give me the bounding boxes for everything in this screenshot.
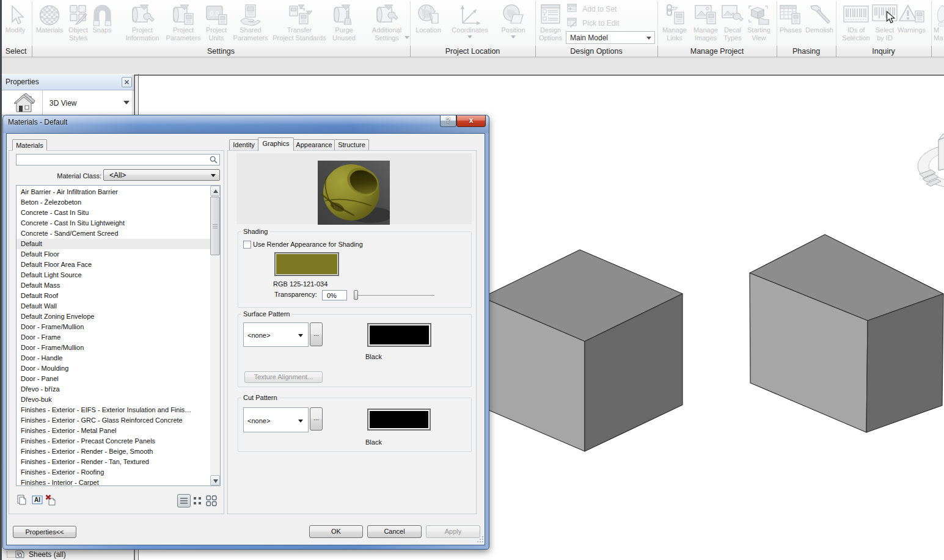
svg-text:AI: AI [34, 496, 40, 503]
svg-text:0.0: 0.0 [210, 10, 219, 17]
